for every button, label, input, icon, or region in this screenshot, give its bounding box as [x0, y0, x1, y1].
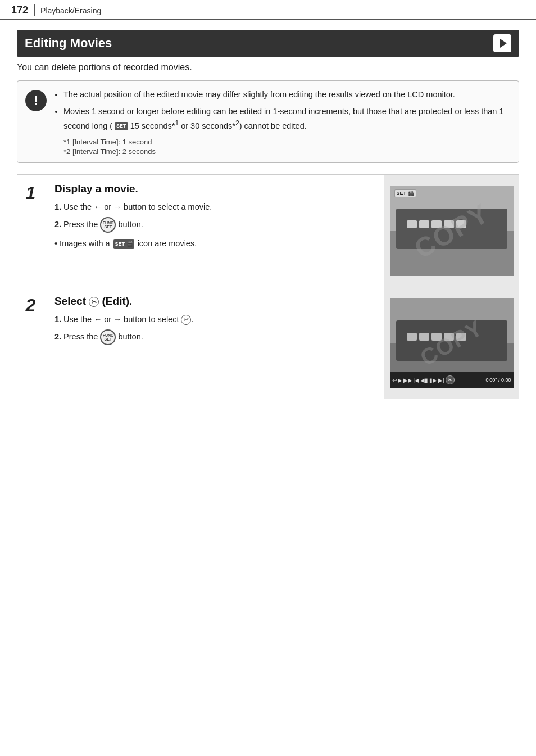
section-title: Editing Movies [25, 36, 112, 51]
section-label: Playback/Erasing [40, 6, 101, 15]
notice-item-2: Movies 1 second or longer before editing… [63, 106, 510, 132]
window-1 [407, 220, 417, 228]
step-1-row: 1 Display a movie. 1. Use the ← or → but… [17, 174, 519, 287]
footnotes: *1 [Interval Time]: 1 second *2 [Interva… [54, 138, 510, 156]
step-1-number-col: 1 [17, 175, 44, 287]
steps-container: 1 Display a movie. 1. Use the ← or → but… [17, 174, 519, 399]
set-movie-icon: SET 🎬 [113, 239, 134, 248]
arrow-right-icon: → [113, 201, 121, 213]
return-icon: ↩ [392, 377, 397, 383]
slow-icon: ◀▮ [420, 377, 428, 383]
step-2-number: 2 [26, 295, 36, 316]
scissors-select-icon: ✂ [181, 315, 191, 325]
arrow-left-icon: ← [94, 201, 102, 213]
window-5 [456, 220, 466, 228]
scissors-icon: ✂ [89, 297, 99, 307]
set-badge-overlay: SET 🎬 [394, 189, 416, 197]
page-header: 172 Playback/Erasing [0, 0, 536, 20]
step-2-inst-1: 1. Use the ← or → button to select ✂. [54, 313, 374, 326]
step-2-image: ↩ ▶ ▶▶ |◀ ◀▮ ▮▶ ▶| ✂ 0'00" / 0:00 COPY [384, 287, 519, 399]
window-3 [431, 220, 442, 228]
camera-screen-2: ↩ ▶ ▶▶ |◀ ◀▮ ▮▶ ▶| ✂ 0'00" / 0:00 COPY [390, 298, 514, 388]
notice-content: The actual position of the edited movie … [54, 89, 510, 157]
window-2 [419, 220, 429, 228]
edit-bar: ↩ ▶ ▶▶ |◀ ◀▮ ▮▶ ▶| ✂ 0'00" / 0:00 [390, 372, 514, 388]
play-triangle [500, 39, 507, 48]
skip-icon: ▮▶ [429, 377, 437, 383]
camera-screen-1: SET 🎬 COPY [390, 186, 514, 276]
skip-end-icon: ▶| [438, 377, 444, 383]
arrow-right-icon-2: → [113, 313, 121, 325]
notice-list: The actual position of the edited movie … [54, 89, 510, 132]
step-1-content: Display a movie. 1. Use the ← or → butto… [44, 175, 384, 287]
notice-item-1: The actual position of the edited movie … [63, 89, 510, 101]
func-set-button-2: FUNCSET [100, 329, 116, 345]
footnote-1: *1 [Interval Time]: 1 second [63, 138, 510, 146]
footnote-2: *2 [Interval Time]: 2 seconds [63, 147, 510, 156]
main-content: Editing Movies You can delete portions o… [0, 20, 536, 409]
fast-play-icon: ▶▶ [403, 377, 412, 383]
train-windows-1 [407, 220, 496, 228]
step-1-number: 1 [26, 183, 36, 203]
set-badge-inline: SET [115, 122, 128, 131]
step-1-inst-2: 2. Press the FUNCSET button. [54, 217, 374, 233]
window-6 [407, 333, 417, 341]
step-2-number-col: 2 [17, 287, 44, 399]
play-icon: ▶ [398, 377, 402, 383]
window-9 [444, 333, 454, 341]
scissors-edit-icon: ✂ [446, 375, 455, 384]
arrow-left-icon-2: ← [94, 313, 102, 325]
step-2-content: Select ✂ (Edit). 1. Use the ← or → butto… [44, 287, 384, 399]
step-1-image: SET 🎬 COPY [384, 175, 519, 287]
step-2-instructions: 1. Use the ← or → button to select ✂. 2.… [54, 313, 374, 345]
notice-box: ! The actual position of the edited movi… [17, 80, 519, 163]
train-windows-2 [407, 333, 496, 341]
window-7 [419, 333, 429, 341]
step-1-note: • Images with a SET 🎬 icon are movies. [54, 237, 374, 250]
window-4 [444, 220, 454, 228]
step-2-inst-2: 2. Press the FUNCSET button. [54, 329, 374, 345]
step-1-inst-1: 1. Use the ← or → button to select a mov… [54, 201, 374, 214]
func-set-button-1: FUNCSET [100, 217, 116, 233]
step-2-row: 2 Select ✂ (Edit). 1. Use the ← or → but… [17, 287, 519, 399]
edit-bar-icons: ↩ ▶ ▶▶ |◀ ◀▮ ▮▶ ▶| ✂ [392, 375, 455, 384]
subtitle: You can delete portions of recorded movi… [17, 62, 519, 73]
step-2-title: Select ✂ (Edit). [54, 295, 374, 307]
step-1-instructions: 1. Use the ← or → button to select a mov… [54, 201, 374, 250]
train-scene-1: SET 🎬 [390, 186, 514, 276]
notice-icon: ! [25, 90, 47, 111]
train-body-2 [396, 320, 507, 361]
step-1-title: Display a movie. [54, 183, 374, 195]
window-10 [456, 333, 466, 341]
edit-bar-time: 0'00" / 0:00 [486, 377, 511, 383]
train-body-1 [396, 209, 507, 249]
section-header: Editing Movies [17, 30, 519, 57]
page-number: 172 [11, 4, 35, 16]
window-8 [431, 333, 442, 341]
playback-icon [493, 34, 511, 52]
skip-start-icon: |◀ [414, 377, 420, 383]
